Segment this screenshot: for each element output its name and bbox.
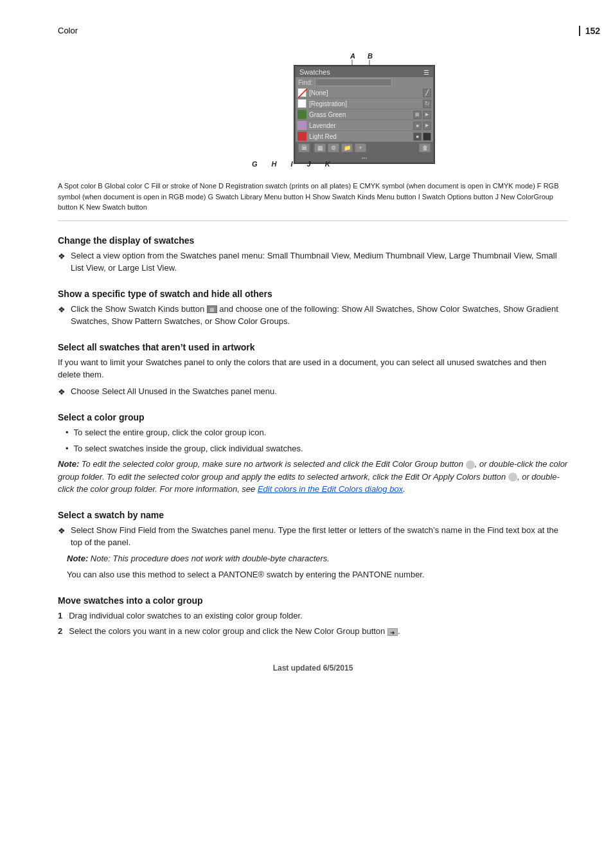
numbered-text-1: Drag individual color swatches to an exi… [69,610,302,622]
number-1: 1 [58,610,62,622]
edit-colors-link[interactable]: Edit colors in the Edit Colors dialog bo… [258,484,403,494]
swatches-panel-header: Swatches ☰ [296,67,433,77]
number-2: 2 [58,625,62,638]
bullet-select-by-name: ❖ Select Show Find Field from the Swatch… [58,524,568,549]
swatch-icons-registration: ↻ [423,100,431,108]
swatch-label-light-red: Light Red [309,133,411,140]
bullet-text-select-by-name: Select Show Find Field from the Swatches… [71,524,568,549]
heading-change-display: Change the display of swatches [58,235,568,246]
new-color-group-button[interactable]: 📁 [341,143,353,152]
swatch-grid-icon: ▦ [413,111,422,119]
swatch-square-icon: ■ [413,122,422,130]
swatch-row-none: [None] ╱ [296,87,433,98]
bullet-change-display: ❖ Select a view option from the Swatches… [58,249,568,275]
diamond-icon-3: ❖ [58,386,66,399]
bullet-select-unused: ❖ Choose Select All Unused in the Swatch… [58,385,568,399]
bullet-text-show-specific: Click the Show Swatch Kinds button ▦ and… [71,303,568,328]
swatch-slash-icon: ╱ [423,89,431,97]
swatches-toolbar: 🏛 ▦ ⚙ 📁 + 🗑 [296,142,433,154]
swatch-color-registration [298,99,306,108]
label-j: J [307,160,311,168]
bullet-text-change-display: Select a view option from the Swatches p… [71,249,568,275]
note-text-2: Note: This procedure does not work with … [91,554,330,563]
swatches-find-row: Find: [296,77,433,87]
bottom-labels: G H I J K [252,160,330,168]
swatch-cycle-icon: ↻ [423,100,431,108]
new-swatch-button[interactable]: + [355,143,366,152]
diamond-icon-4: ❖ [58,525,66,538]
swatch-square-filled-icon: ■ [413,132,422,141]
swatch-arrow-icon-2: ▶ [423,122,431,130]
diamond-icon-2: ❖ [58,303,66,316]
swatch-label-registration: [Registration] [309,100,420,107]
swatch-icons-none: ╱ [423,89,431,97]
section-title: Color [58,26,568,35]
label-i: I [291,160,293,168]
numbered-item-2: 2 Select the colors you want in a new co… [58,625,568,638]
dot-icon-1: • [66,426,69,439]
para-select-unused: If you want to limit your Swatches panel… [58,356,568,381]
label-b: B [368,52,373,60]
heading-select-color-group: Select a color group [58,412,568,422]
heading-select-by-name: Select a swatch by name [58,510,568,520]
note-bold-label: Note: [58,459,82,469]
note-period: . [403,484,405,494]
note-color-group: Note: To edit the selected color group, … [58,458,568,496]
swatch-row-grass-green: Grass Green ▦ ▶ [296,109,433,120]
swatches-caption: A Spot color B Global color C Fill or st… [58,181,568,213]
numbered-item-1: 1 Drag individual color swatches to an e… [58,610,568,622]
heading-move-swatches: Move swatches into a color group [58,595,568,606]
swatch-label-grass-green: Grass Green [309,111,411,118]
numbered-text-2: Select the colors you want in a new colo… [69,625,400,638]
page: 152 Color A B C D E F [0,0,613,711]
label-h: H [272,160,277,168]
swatches-panel: Swatches ☰ Find: [None] ╱ [Registrati [294,65,435,164]
find-input[interactable] [315,78,392,86]
swatch-color-grass-green [298,110,306,119]
swatch-label-lavender: Lavender [309,122,411,129]
swatches-illustration: A B C D E F Swatches ☰ [217,47,409,176]
diamond-icon-1: ❖ [58,250,66,263]
para-pantone: You can also use this method to select a… [58,568,568,581]
swatch-row-registration: [Registration] ↻ [296,98,433,109]
dot-text-2: To select swatches inside the group, cli… [74,442,303,455]
swatch-color-light-red [298,132,306,141]
swatches-title: Swatches [299,68,330,76]
show-swatch-kinds-button[interactable]: ▦ [314,143,326,152]
swatch-arrow-icon-1: ▶ [423,111,431,119]
dot-item-2: • To select swatches inside the group, c… [58,442,568,455]
swatch-label-none: [None] [309,89,420,96]
label-g: G [252,160,258,168]
svg-line-6 [298,89,307,98]
heading-show-specific: Show a specific type of swatch and hide … [58,289,568,299]
label-a: A [350,52,355,60]
page-number: 152 [579,26,600,36]
swatch-library-button[interactable]: 🏛 [298,143,310,152]
swatch-icons-light-red: ■ [413,132,431,141]
swatch-delete-icon[interactable]: 🗑 [419,143,431,152]
label-k: K [325,160,330,168]
dot-text-1: To select the entire group, click the co… [74,426,267,439]
swatches-menu-icon[interactable]: ☰ [423,69,429,76]
note-bold-label-2: Note: [67,554,91,563]
swatch-color-lavender [298,121,306,130]
swatch-color-none [298,88,306,97]
bullet-show-specific: ❖ Click the Show Swatch Kinds button ▦ a… [58,303,568,328]
heading-select-unused: Select all swatches that aren’t used in … [58,342,568,352]
footer: Last updated 6/5/2015 [58,664,568,673]
footer-text: Last updated 6/5/2015 [273,664,353,673]
swatch-filled-block [423,132,431,141]
dot-item-1: • To select the entire group, click the … [58,426,568,439]
swatch-row-light-red: Light Red ■ [296,131,433,142]
dot-icon-2: • [66,442,69,455]
find-label: Find: [298,79,312,86]
swatch-options-button[interactable]: ⚙ [328,143,339,152]
swatch-icons-lavender: ■ ▶ [413,122,431,130]
bullet-text-select-unused: Choose Select All Unused in the Swatches… [71,385,277,398]
note-double-byte: Note: Note: This procedure does not work… [58,552,568,565]
swatch-icons-grass-green: ▦ ▶ [413,111,431,119]
swatch-row-lavender: Lavender ■ ▶ [296,120,433,131]
